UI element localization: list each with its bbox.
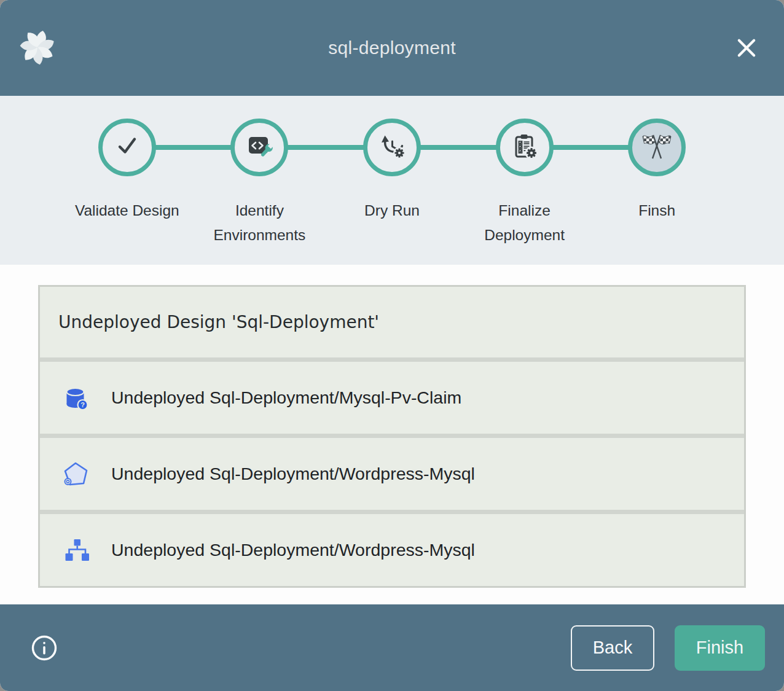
deployment-status-list: Undeployed Design 'Sql-Deployment' ? Und… <box>38 285 746 588</box>
list-item: Undeployed Sql-Deployment/Wordpress-Mysq… <box>40 514 744 586</box>
step-label-identify-environments: Identify Environments <box>194 198 326 248</box>
step-label-dry-run: Dry Run <box>326 198 458 248</box>
tree-hierarchy-icon <box>62 536 90 564</box>
refresh-gear-icon <box>378 132 406 163</box>
svg-text:?: ? <box>80 401 85 408</box>
step-dry-run[interactable] <box>363 119 421 176</box>
step-label-finalize-deployment: Finalize Deployment <box>458 198 591 248</box>
step-finish[interactable] <box>628 119 686 176</box>
list-item-text: Undeployed Sql-Deployment/Wordpress-Mysq… <box>111 464 475 484</box>
code-window-wrench-icon <box>245 132 273 163</box>
wizard-stepper: Validate Design Identify Environments Dr… <box>0 96 784 265</box>
step-finalize-deployment[interactable] <box>496 119 554 176</box>
meshery-logo <box>18 28 57 66</box>
list-item-text: Undeployed Sql-Deployment/Mysql-Pv-Claim <box>111 388 461 408</box>
list-item: ? Undeployed Sql-Deployment/Mysql-Pv-Cla… <box>40 362 744 434</box>
list-item: Undeployed Sql-Deployment/Wordpress-Mysq… <box>40 438 744 510</box>
dialog-header: sql-deployment <box>0 0 784 96</box>
info-icon[interactable] <box>30 634 58 662</box>
step-identify-environments[interactable] <box>230 119 288 176</box>
close-icon[interactable] <box>732 34 761 62</box>
back-button[interactable]: Back <box>571 625 654 671</box>
dialog-title: sql-deployment <box>328 37 456 58</box>
stepper-labels: Validate Design Identify Environments Dr… <box>61 198 723 248</box>
clipboard-gear-icon <box>511 132 539 163</box>
finish-button[interactable]: Finish <box>675 625 765 671</box>
list-item-text: Undeployed Sql-Deployment/Wordpress-Mysq… <box>111 540 475 560</box>
design-status-text: Undeployed Design 'Sql-Deployment' <box>58 312 379 332</box>
deployment-wizard-dialog: sql-deployment <box>0 0 784 691</box>
step-label-finish: Finsh <box>590 198 723 248</box>
dialog-footer: Back Finish <box>0 604 784 691</box>
pentagon-badge-icon <box>62 460 90 488</box>
step-validate-design[interactable] <box>98 119 156 176</box>
checkered-flags-icon <box>641 130 673 165</box>
database-question-icon: ? <box>62 384 90 412</box>
check-icon <box>114 133 141 162</box>
step-label-validate-design: Validate Design <box>61 198 194 248</box>
stepper-track <box>61 119 723 176</box>
design-status-header: Undeployed Design 'Sql-Deployment' <box>40 287 744 357</box>
deployment-status-panel: Undeployed Design 'Sql-Deployment' ? Und… <box>0 265 784 604</box>
